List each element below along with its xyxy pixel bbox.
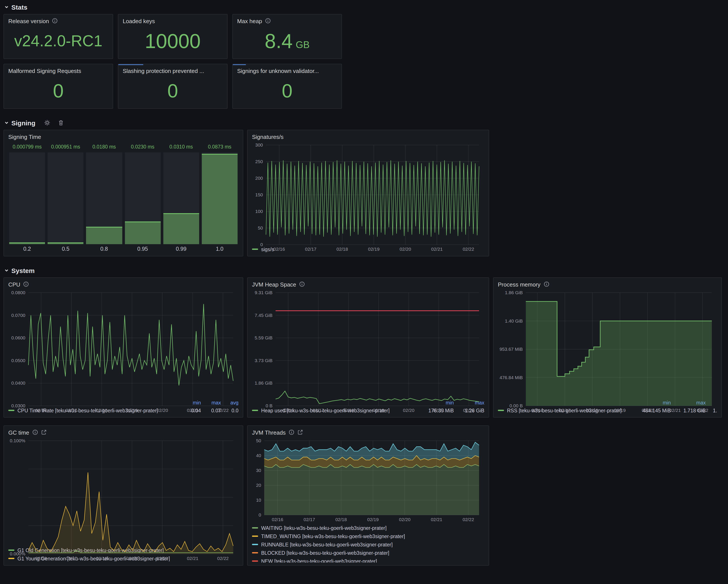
- svg-text:0.0700: 0.0700: [11, 313, 25, 318]
- svg-text:0.0600: 0.0600: [11, 335, 25, 340]
- chevron-down-icon: [3, 267, 9, 274]
- section-header-stats[interactable]: Stats: [3, 2, 725, 12]
- legend-item[interactable]: NEW [teku-w3s-besu-teku-goerli-web3signe…: [252, 557, 484, 563]
- gauge-fill: [86, 227, 122, 244]
- svg-text:0.000%: 0.000%: [10, 551, 25, 556]
- gauge-fill: [163, 213, 199, 244]
- section-header-system[interactable]: System: [3, 265, 725, 276]
- external-link-icon[interactable]: [297, 429, 303, 437]
- panel-title[interactable]: Max heap: [237, 18, 262, 24]
- svg-text:02/20: 02/20: [157, 556, 168, 561]
- svg-text:02/19: 02/19: [126, 408, 138, 413]
- info-icon[interactable]: [32, 429, 38, 437]
- legend-label[interactable]: NEW [teku-w3s-besu-teku-goerli-web3signe…: [261, 558, 484, 563]
- panel-signatures: Signatures/s 05010015020025030002/1602/1…: [247, 130, 489, 256]
- gc-time-chart[interactable]: 0.000%0.100%02/1602/1702/1802/1902/2002/…: [8, 437, 238, 545]
- gauge-1.0: 0.0873 ms 1.0: [202, 144, 238, 253]
- panel-title[interactable]: Process memory: [498, 281, 541, 288]
- info-icon[interactable]: [289, 429, 294, 437]
- info-icon[interactable]: [52, 17, 58, 25]
- gear-icon[interactable]: [44, 120, 50, 126]
- svg-text:02/17: 02/17: [66, 408, 77, 413]
- panel-title[interactable]: JVM Threads: [252, 429, 286, 436]
- svg-text:02/17: 02/17: [305, 247, 317, 252]
- svg-text:20: 20: [256, 483, 261, 488]
- info-icon[interactable]: [23, 281, 29, 288]
- svg-text:1.40 GiB: 1.40 GiB: [505, 319, 523, 324]
- svg-text:02/18: 02/18: [96, 556, 108, 561]
- svg-text:02/21: 02/21: [433, 408, 445, 413]
- cpu-chart[interactable]: 0.03000.04000.05000.06000.07000.080002/1…: [8, 289, 238, 398]
- gauge-fill: [9, 243, 45, 244]
- svg-text:02/22: 02/22: [697, 408, 708, 413]
- svg-text:02/22: 02/22: [217, 408, 229, 413]
- svg-text:02/16: 02/16: [274, 247, 285, 252]
- svg-text:0 B: 0 B: [265, 403, 272, 408]
- stat-value: 0: [282, 81, 293, 100]
- svg-text:0.0800: 0.0800: [11, 290, 25, 295]
- svg-text:50: 50: [256, 438, 261, 443]
- trash-icon[interactable]: [58, 120, 64, 126]
- svg-text:02/16: 02/16: [272, 517, 283, 522]
- svg-text:02/22: 02/22: [463, 247, 474, 252]
- info-icon[interactable]: [544, 281, 549, 288]
- svg-text:02/20: 02/20: [399, 517, 411, 522]
- legend-label[interactable]: BLOCKED [teku-w3s-besu-teku-goerli-web3s…: [261, 550, 484, 555]
- series-color-dash-icon: [252, 560, 258, 562]
- jvm-heap-chart[interactable]: 0 B1.86 GiB3.73 GiB5.59 GiB7.45 GiB9.31 …: [252, 289, 484, 398]
- stat-value: 8.4: [265, 31, 293, 51]
- svg-text:02/22: 02/22: [463, 517, 474, 522]
- legend-item[interactable]: RUNNABLE [teku-w3s-besu-teku-goerli-web3…: [252, 540, 484, 549]
- svg-text:0.100%: 0.100%: [10, 438, 25, 443]
- legend-item[interactable]: BLOCKED [teku-w3s-besu-teku-goerli-web3s…: [252, 549, 484, 557]
- gauge-value: 0.0873 ms: [202, 144, 238, 151]
- external-link-icon[interactable]: [41, 429, 47, 437]
- series-color-dash-icon: [252, 544, 258, 545]
- series-color-dash-icon: [252, 535, 258, 537]
- panel-title[interactable]: Signings for unknown validator...: [237, 68, 319, 74]
- jvm-threads-chart[interactable]: 0102030405002/1602/1702/1802/1902/2002/2…: [252, 437, 484, 523]
- panel-title[interactable]: Slashing protection prevented ...: [123, 68, 204, 74]
- panel-title[interactable]: CPU: [8, 281, 20, 288]
- legend-item[interactable]: TIMED_WAITING [teku-w3s-besu-teku-goerli…: [252, 532, 484, 540]
- svg-text:200: 200: [255, 176, 263, 181]
- gauge-value: 0.0310 ms: [163, 144, 199, 151]
- svg-text:02/19: 02/19: [126, 556, 138, 561]
- series-color-dash-icon: [252, 552, 258, 553]
- svg-text:02/19: 02/19: [368, 247, 380, 252]
- svg-text:1.86 GiB: 1.86 GiB: [505, 290, 523, 295]
- section-header-signing[interactable]: Signing: [3, 118, 725, 128]
- gauge-fill: [202, 154, 238, 244]
- legend-item[interactable]: WAITING [teku-w3s-besu-teku-goerli-web3s…: [252, 524, 484, 532]
- svg-text:02/18: 02/18: [337, 247, 348, 252]
- process-memory-chart[interactable]: 0.00 B476.84 MiB953.67 MiB1.40 GiB1.86 G…: [498, 289, 717, 398]
- svg-text:100: 100: [255, 209, 263, 214]
- gauge-0.99: 0.0310 ms 0.99: [163, 144, 199, 253]
- svg-text:150: 150: [255, 192, 263, 197]
- stat-value: 10000: [145, 31, 201, 51]
- panel-loaded-keys: Loaded keys 10000: [118, 14, 228, 59]
- info-icon[interactable]: [265, 17, 271, 25]
- stats-grid: Release version v24.2.0-RC1 Loaded keys …: [3, 14, 725, 109]
- svg-text:40: 40: [256, 453, 261, 458]
- panel-title[interactable]: GC time: [8, 429, 29, 436]
- legend-label[interactable]: RUNNABLE [teku-w3s-besu-teku-goerli-web3…: [261, 542, 484, 547]
- legend-label[interactable]: WAITING [teku-w3s-besu-teku-goerli-web3s…: [261, 525, 484, 531]
- svg-text:0: 0: [260, 242, 263, 247]
- info-icon[interactable]: [299, 281, 305, 288]
- panel-title[interactable]: Release version: [8, 18, 49, 24]
- svg-text:02/16: 02/16: [35, 556, 47, 561]
- panel-title[interactable]: Signatures/s: [252, 134, 284, 140]
- signing-time-gauges: 0.000799 ms 0.2 0.000951 ms 0.5 0.0180 m…: [8, 142, 238, 253]
- gauge-track: [9, 152, 45, 244]
- legend-label[interactable]: TIMED_WAITING [teku-w3s-besu-teku-goerli…: [261, 534, 484, 539]
- panel-title[interactable]: Malformed Signing Requests: [8, 68, 81, 74]
- gauge-label: 0.95: [125, 244, 160, 253]
- panel-title[interactable]: JVM Heap Space: [252, 281, 296, 288]
- svg-text:30: 30: [256, 468, 261, 473]
- panel-title[interactable]: Loaded keys: [123, 18, 155, 24]
- signatures-chart[interactable]: 05010015020025030002/1602/1702/1802/1902…: [252, 142, 484, 244]
- jvm-threads-legend: WAITING [teku-w3s-besu-teku-goerli-web3s…: [252, 523, 484, 563]
- section-title-system: System: [11, 266, 35, 274]
- panel-title[interactable]: Signing Time: [8, 134, 41, 140]
